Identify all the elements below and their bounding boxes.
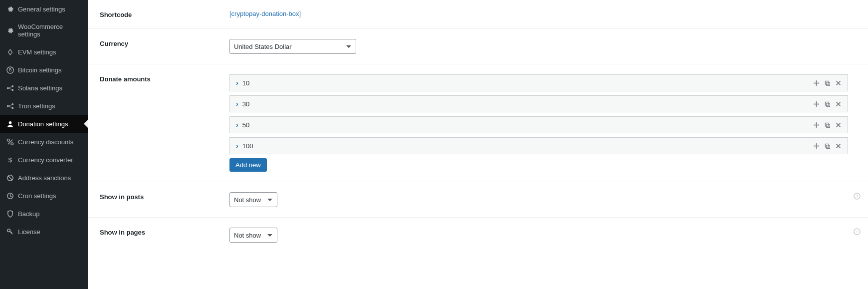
sidebar-item-backup[interactable]: Backup [0, 205, 88, 223]
sidebar-item-solana-settings[interactable]: Solana settings [0, 79, 88, 97]
currency-label: Currency [88, 39, 229, 47]
amount-item[interactable]: › 30 [229, 95, 848, 112]
sidebar-item-general-settings[interactable]: General settings [0, 0, 88, 18]
amount-value: 30 [242, 100, 249, 108]
sidebar-item-label: Currency converter [18, 156, 73, 164]
sidebar-item-label: General settings [18, 5, 65, 13]
dollar-icon: $ [6, 156, 14, 164]
svg-rect-22 [826, 124, 830, 127]
show-in-posts-select[interactable]: Not show [229, 192, 277, 207]
move-icon[interactable] [813, 100, 820, 107]
svg-rect-24 [826, 145, 830, 148]
help-icon[interactable]: ? [853, 192, 861, 200]
svg-line-14 [8, 176, 12, 180]
amount-item[interactable]: › 100 [229, 137, 848, 154]
show-in-posts-row: Show in posts Not show [88, 182, 868, 218]
svg-rect-20 [826, 103, 830, 106]
svg-point-8 [8, 121, 11, 124]
sidebar-item-label: Solana settings [18, 84, 62, 92]
chevron-right-icon: › [236, 100, 238, 108]
key-icon [6, 228, 14, 236]
ban-icon [6, 174, 14, 182]
sidebar-item-cron-settings[interactable]: Cron settings [0, 187, 88, 205]
network-icon [6, 102, 14, 110]
sidebar-item-label: Bitcoin settings [18, 66, 61, 74]
sidebar-item-address-sanctions[interactable]: Address sanctions [0, 169, 88, 187]
svg-line-11 [7, 139, 12, 144]
copy-icon[interactable] [824, 100, 831, 107]
close-icon[interactable] [835, 79, 842, 86]
sidebar-item-currency-converter[interactable]: $ Currency converter [0, 151, 88, 169]
network-icon [6, 84, 14, 92]
svg-point-6 [11, 103, 13, 105]
copy-icon[interactable] [824, 142, 831, 149]
close-icon[interactable] [835, 121, 842, 128]
svg-rect-21 [825, 123, 829, 126]
svg-text:B: B [8, 67, 11, 72]
svg-point-4 [11, 89, 13, 91]
svg-point-9 [7, 139, 9, 141]
svg-point-5 [6, 105, 8, 107]
copy-icon[interactable] [824, 121, 831, 128]
currency-select[interactable]: United States Dollar [229, 39, 356, 54]
sidebar-item-label: EVM settings [18, 48, 56, 56]
chevron-right-icon: › [236, 79, 238, 87]
shortcode-label: Shortcode [88, 10, 229, 18]
svg-point-3 [11, 85, 13, 87]
chevron-right-icon: › [236, 121, 238, 129]
shield-icon [6, 210, 14, 218]
gear-icon [6, 5, 14, 13]
sidebar-item-label: License [18, 228, 40, 236]
svg-point-7 [11, 107, 13, 109]
sidebar-item-currency-discounts[interactable]: Currency discounts [0, 133, 88, 151]
close-icon[interactable] [835, 142, 842, 149]
shortcode-value: [cryptopay-donation-box] [229, 10, 301, 17]
diamond-icon [6, 48, 14, 56]
svg-text:$: $ [8, 156, 12, 164]
sidebar-item-label: WooCommerce settings [18, 23, 82, 38]
svg-rect-23 [825, 144, 829, 147]
sidebar-item-evm-settings[interactable]: EVM settings [0, 43, 88, 61]
show-in-posts-label: Show in posts [88, 192, 229, 201]
chevron-right-icon: › [236, 142, 238, 150]
svg-point-2 [6, 87, 8, 89]
svg-rect-17 [825, 81, 829, 84]
svg-rect-18 [826, 82, 830, 85]
show-in-pages-row: Show in pages Not show [88, 218, 868, 253]
amount-value: 10 [242, 79, 249, 87]
currency-row: Currency United States Dollar [88, 29, 868, 64]
donation-icon [6, 120, 14, 128]
donate-amounts-row: Donate amounts › 10 › 30 [88, 64, 868, 182]
svg-rect-19 [825, 102, 829, 105]
svg-text:?: ? [856, 230, 859, 234]
svg-point-10 [10, 142, 13, 145]
sidebar-item-label: Currency discounts [18, 138, 73, 146]
clock-icon [6, 192, 14, 200]
donate-amounts-label: Donate amounts [88, 74, 229, 83]
copy-icon[interactable] [824, 79, 831, 86]
sidebar-item-label: Address sanctions [18, 174, 71, 182]
main-content: Shortcode [cryptopay-donation-box] Curre… [88, 0, 868, 289]
sidebar-item-label: Tron settings [18, 102, 55, 110]
show-in-pages-label: Show in pages [88, 228, 229, 236]
show-in-pages-select[interactable]: Not show [229, 228, 277, 243]
move-icon[interactable] [813, 79, 820, 86]
amount-value: 50 [242, 121, 249, 129]
gear-icon [6, 26, 14, 34]
move-icon[interactable] [813, 142, 820, 149]
close-icon[interactable] [835, 100, 842, 107]
sidebar-item-bitcoin-settings[interactable]: B Bitcoin settings [0, 61, 88, 79]
amount-item[interactable]: › 50 [229, 116, 848, 133]
sidebar: General settings WooCommerce settings EV… [0, 0, 88, 289]
sidebar-item-woocommerce-settings[interactable]: WooCommerce settings [0, 18, 88, 43]
sidebar-item-donation-settings[interactable]: Donation settings [0, 115, 88, 133]
sidebar-item-tron-settings[interactable]: Tron settings [0, 97, 88, 115]
amount-value: 100 [242, 142, 253, 150]
add-new-button[interactable]: Add new [229, 158, 267, 172]
amount-item[interactable]: › 10 [229, 74, 848, 91]
sidebar-item-label: Cron settings [18, 192, 56, 200]
sidebar-item-license[interactable]: License [0, 223, 88, 241]
move-icon[interactable] [813, 121, 820, 128]
shortcode-row: Shortcode [cryptopay-donation-box] [88, 0, 868, 29]
help-icon[interactable]: ? [853, 228, 861, 236]
